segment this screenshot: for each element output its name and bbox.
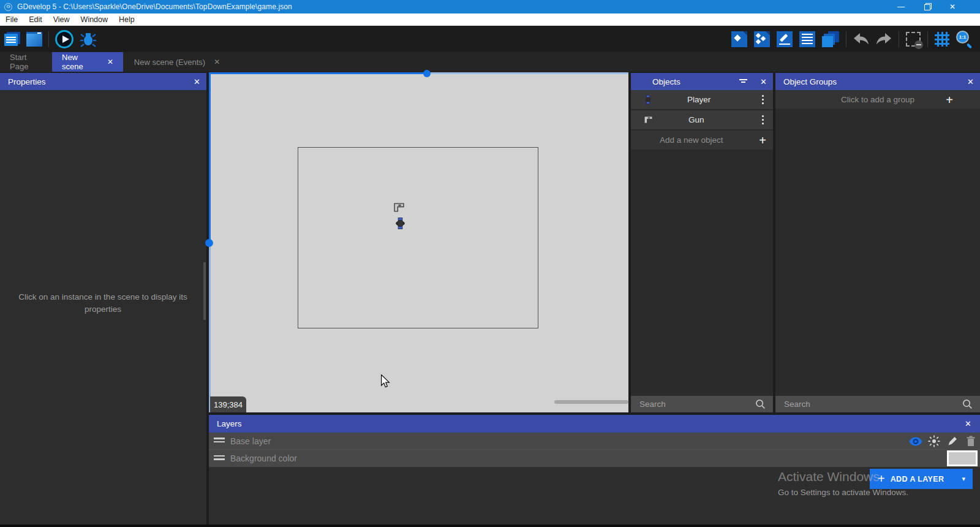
grid-icon[interactable] xyxy=(935,32,949,47)
undo-icon[interactable] xyxy=(853,33,869,45)
debug-icon[interactable] xyxy=(80,31,97,48)
object-groups-panel: Object Groups ✕ Click to add a group + xyxy=(775,73,980,412)
close-window-button[interactable]: ✕ xyxy=(940,0,965,13)
add-new-object-row[interactable]: Add a new object + xyxy=(631,131,773,150)
layers-panel-title: Layers xyxy=(217,419,242,428)
search-icon xyxy=(755,399,766,409)
gdevelop-window: G GDevelop 5 - C:\Users\Sparkle\OneDrive… xyxy=(0,0,980,527)
minimize-button[interactable]: — xyxy=(888,0,914,13)
gdevelop-logo-icon: G xyxy=(4,3,12,11)
scene-editor-icon[interactable] xyxy=(26,32,42,47)
scene-canvas[interactable]: 139;384 xyxy=(209,73,628,412)
tab-start-page[interactable]: Start Page xyxy=(0,52,52,72)
window-title: GDevelop 5 - C:\Users\Sparkle\OneDrive\D… xyxy=(17,2,292,11)
toggle-properties-panel-icon[interactable] xyxy=(777,31,793,47)
menu-window[interactable]: Window xyxy=(75,13,113,26)
plus-icon: + xyxy=(878,472,885,486)
close-tab-icon[interactable]: ✕ xyxy=(107,58,113,66)
layers-list: Base layer xyxy=(209,433,980,467)
object-row-player[interactable]: Player xyxy=(631,90,773,110)
scene-window-border-left xyxy=(209,73,211,243)
redo-icon[interactable] xyxy=(876,33,892,45)
menu-file[interactable]: File xyxy=(0,13,23,26)
object-menu-icon[interactable] xyxy=(762,115,764,124)
layer-visibility-eye-icon[interactable] xyxy=(907,437,925,446)
window-bottom-edge xyxy=(0,525,980,527)
menubar: File Edit View Window Help xyxy=(0,13,980,26)
scene-window-border-top xyxy=(209,72,427,74)
objects-panel: Objects ✕ Player Gun Add a new object + xyxy=(631,73,773,412)
close-icon[interactable]: ✕ xyxy=(194,73,200,90)
toggle-layers-panel-icon[interactable] xyxy=(822,31,839,47)
scene-window-border-left xyxy=(209,243,211,412)
resize-handle-top[interactable] xyxy=(423,70,431,77)
filter-icon[interactable] xyxy=(739,79,747,85)
canvas-horizontal-scrollbar[interactable] xyxy=(554,400,628,404)
clear-selection-icon[interactable] xyxy=(906,32,921,47)
delete-layer-trash-icon[interactable] xyxy=(962,436,980,447)
close-icon[interactable]: ✕ xyxy=(965,415,971,432)
menu-help[interactable]: Help xyxy=(113,13,140,26)
add-group-plus-icon: + xyxy=(946,94,953,106)
objects-panel-header: Objects ✕ xyxy=(631,73,773,90)
toggle-objects-panel-icon[interactable] xyxy=(731,31,747,47)
tab-new-scene[interactable]: New scene ✕ xyxy=(52,52,123,72)
tab-new-scene-events[interactable]: New scene (Events) ✕ xyxy=(123,52,231,72)
toggle-object-groups-panel-icon[interactable] xyxy=(754,31,770,47)
mouse-cursor xyxy=(380,374,391,388)
player-instance[interactable] xyxy=(395,218,405,229)
open-project-manager-icon[interactable] xyxy=(4,32,20,47)
resize-handle-left[interactable] xyxy=(205,239,213,247)
close-icon[interactable]: ✕ xyxy=(760,73,767,90)
zoom-ratio-label: 1:1 xyxy=(956,31,969,44)
caret-down-icon[interactable]: ▾ xyxy=(962,475,965,483)
layer-row-base[interactable]: Base layer xyxy=(209,433,980,450)
main-toolbar: 1:1 xyxy=(0,26,980,52)
groups-search-bar xyxy=(775,396,980,412)
object-groups-panel-title: Object Groups xyxy=(783,77,837,86)
player-thumbnail-icon xyxy=(644,95,652,104)
toolbar-separator xyxy=(48,31,49,47)
objects-search-input[interactable] xyxy=(631,400,755,409)
object-groups-panel-header: Object Groups ✕ xyxy=(775,73,980,90)
object-row-gun[interactable]: Gun xyxy=(631,110,773,130)
properties-panel: Properties ✕ Click on an instance in the… xyxy=(0,73,206,527)
add-a-layer-button[interactable]: + ADD A LAYER ▾ xyxy=(870,469,973,489)
properties-panel-header: Properties ✕ xyxy=(0,73,206,90)
background-color-swatch[interactable] xyxy=(947,450,978,466)
menu-edit[interactable]: Edit xyxy=(23,13,48,26)
properties-scrollbar[interactable] xyxy=(203,262,206,320)
scene-window-border-top xyxy=(427,72,628,74)
toggle-instances-list-icon[interactable] xyxy=(799,31,815,47)
zoom-1-1-icon[interactable]: 1:1 xyxy=(956,31,973,47)
restore-button[interactable] xyxy=(914,0,940,13)
objects-search-bar xyxy=(631,396,773,412)
play-preview-button[interactable] xyxy=(55,30,74,48)
game-window-frame xyxy=(298,147,538,328)
editor-tabbar: Start Page New scene ✕ New scene (Events… xyxy=(0,52,980,72)
add-object-plus-icon: + xyxy=(759,134,766,146)
gun-thumbnail-icon xyxy=(644,116,653,124)
titlebar: G GDevelop 5 - C:\Users\Sparkle\OneDrive… xyxy=(0,0,980,13)
menu-view[interactable]: View xyxy=(48,13,75,26)
close-tab-icon[interactable]: ✕ xyxy=(214,58,220,66)
gun-instance[interactable] xyxy=(394,203,404,212)
cursor-coordinates-badge: 139;384 xyxy=(209,396,246,412)
toolbar-separator xyxy=(899,31,899,47)
layer-row-background-color[interactable]: Background color xyxy=(209,450,980,467)
objects-panel-title: Objects xyxy=(652,77,680,86)
drag-handle-icon[interactable] xyxy=(214,438,225,444)
search-icon xyxy=(962,399,973,409)
layer-effects-icon[interactable] xyxy=(925,435,943,447)
add-group-row[interactable]: Click to add a group + xyxy=(775,90,980,110)
groups-search-input[interactable] xyxy=(775,400,962,409)
object-menu-icon[interactable] xyxy=(762,95,764,104)
layers-panel: Layers ✕ Base layer xyxy=(209,415,980,527)
edit-layer-pencil-icon[interactable] xyxy=(943,436,962,447)
toolbar-separator xyxy=(927,31,928,47)
properties-empty-message: Click on an instance in the scene to dis… xyxy=(11,291,195,316)
restore-icon xyxy=(924,4,930,10)
close-icon[interactable]: ✕ xyxy=(967,73,974,90)
drag-handle-icon[interactable] xyxy=(214,455,225,462)
properties-panel-title: Properties xyxy=(8,77,46,86)
